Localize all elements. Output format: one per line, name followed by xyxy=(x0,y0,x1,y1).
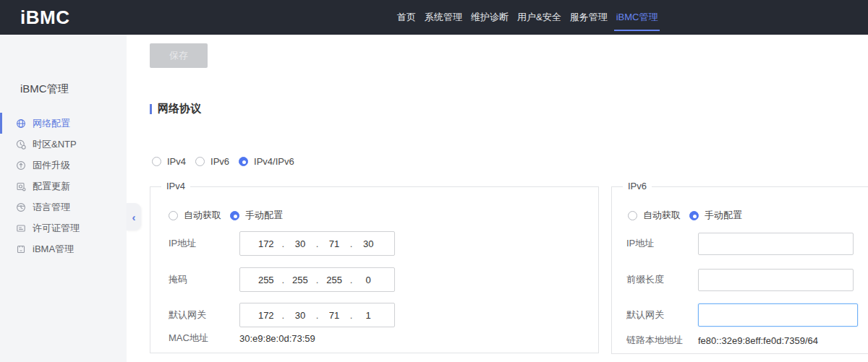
ipv4-radio-auto[interactable]: 自动获取 xyxy=(169,209,221,222)
radio-ipv4-ipv6[interactable]: IPv4/IPv6 xyxy=(239,156,294,167)
octet-input[interactable]: 71 xyxy=(318,238,350,249)
nav-item-system[interactable]: 系统管理 xyxy=(425,0,462,35)
ipv4-ip-input[interactable]: 172 . 30 . 71 . 30 xyxy=(239,231,395,256)
sidebar-item-label: 时区&NTP xyxy=(33,138,77,151)
sidebar-item-label: 语言管理 xyxy=(33,201,70,214)
radio-icon[interactable] xyxy=(239,157,248,166)
octet-input[interactable]: 71 xyxy=(318,310,350,321)
nav-item-home[interactable]: 首页 xyxy=(397,0,416,35)
ibmc-logo: iBMC xyxy=(20,0,69,35)
sidebar-collapse-handle[interactable]: ‹ xyxy=(127,203,141,230)
save-button[interactable]: 保存 xyxy=(150,43,208,68)
ipv4-ip-row: IP地址 172 . 30 . 71 . 30 xyxy=(169,231,395,256)
ipv4-radio-manual[interactable]: 手动配置 xyxy=(230,209,283,222)
octet-input[interactable]: 255 xyxy=(250,275,282,285)
sidebar-item-label: 许可证管理 xyxy=(33,222,80,235)
ipv6-ip-input[interactable] xyxy=(698,233,854,255)
octet-input[interactable]: 255 xyxy=(318,275,350,285)
sidebar-item-network-config[interactable]: 网络配置 xyxy=(0,113,127,134)
ipv6-prefix-input[interactable] xyxy=(698,269,854,291)
ibma-icon xyxy=(16,244,26,254)
ipv6-ip-row: IP地址 xyxy=(626,231,854,256)
app-window: iBMC 首页 系统管理 维护诊断 用户&安全 服务管理 iBMC管理 iBMC… xyxy=(0,0,868,362)
radio-ipv4[interactable]: IPv4 xyxy=(152,156,186,167)
sidebar-item-label: 固件升级 xyxy=(33,159,70,172)
nav-item-ibmc-management[interactable]: iBMC管理 xyxy=(616,0,658,35)
sidebar-item-config-update[interactable]: 配置更新 xyxy=(0,176,127,197)
network-icon xyxy=(16,118,26,129)
ipv6-mode-row: 自动获取 手动配置 xyxy=(628,209,742,222)
radio-icon[interactable] xyxy=(689,211,699,220)
sidebar: iBMC管理 网络配置 时区&NTP xyxy=(0,35,127,362)
sidebar-item-firmware-upgrade[interactable]: 固件升级 xyxy=(0,155,127,176)
octet-input[interactable]: 172 xyxy=(250,238,282,249)
timezone-icon xyxy=(16,139,26,150)
sidebar-title: iBMC管理 xyxy=(20,82,69,96)
octet-input[interactable]: 30 xyxy=(284,310,316,321)
radio-icon[interactable] xyxy=(628,211,637,220)
section-title: 网络协议 xyxy=(158,102,201,116)
radio-icon[interactable] xyxy=(169,211,178,220)
sidebar-menu: 网络配置 时区&NTP 固件升级 xyxy=(0,113,127,259)
octet-input[interactable]: 1 xyxy=(352,310,384,321)
chevron-left-icon: ‹ xyxy=(132,211,136,223)
section-header: 网络协议 xyxy=(150,102,201,116)
ipv6-gateway-row: 默认网关 xyxy=(626,303,858,327)
ipv6-radio-manual[interactable]: 手动配置 xyxy=(689,209,742,222)
top-nav: 首页 系统管理 维护诊断 用户&安全 服务管理 iBMC管理 xyxy=(397,0,658,35)
ipv6-link-local-row: 链路本地地址 fe80::32e9:8eff:fe0d:7359/64 xyxy=(626,329,818,351)
sidebar-item-timezone-ntp[interactable]: 时区&NTP xyxy=(0,134,127,155)
ipv6-gateway-input[interactable] xyxy=(698,303,858,327)
nav-item-services[interactable]: 服务管理 xyxy=(570,0,608,35)
nav-item-maintenance[interactable]: 维护诊断 xyxy=(471,0,509,35)
config-update-icon xyxy=(16,181,26,191)
sidebar-item-license[interactable]: 许可证管理 xyxy=(0,217,127,238)
radio-icon[interactable] xyxy=(195,157,205,166)
octet-input[interactable]: 30 xyxy=(352,238,384,249)
ipv4-gateway-row: 默认网关 172 . 30 . 71 . 1 xyxy=(169,303,395,327)
ipv4-mask-row: 掩码 255 . 255 . 255 . 0 xyxy=(169,267,395,292)
protocol-radio-row: IPv4 IPv6 IPv4/IPv6 xyxy=(152,156,294,167)
license-icon xyxy=(16,223,26,233)
sidebar-item-ibma[interactable]: iBMA管理 xyxy=(0,238,127,259)
octet-input[interactable]: 172 xyxy=(250,310,282,321)
radio-icon[interactable] xyxy=(230,211,239,220)
sidebar-item-label: 网络配置 xyxy=(33,117,70,130)
section-accent-bar xyxy=(150,104,152,114)
octet-input[interactable]: 30 xyxy=(284,238,316,249)
sidebar-item-label: iBMA管理 xyxy=(33,243,74,256)
radio-ipv6[interactable]: IPv6 xyxy=(195,156,229,167)
octet-input[interactable]: 255 xyxy=(284,275,316,285)
ipv6-prefix-row: 前缀长度 xyxy=(626,267,854,292)
octet-input[interactable]: 0 xyxy=(352,275,384,285)
radio-icon[interactable] xyxy=(152,157,161,166)
sidebar-item-language[interactable]: 语言管理 xyxy=(0,197,127,217)
firmware-upgrade-icon xyxy=(16,160,26,171)
link-local-address-value: fe80::32e9:8eff:fe0d:7359/64 xyxy=(698,335,818,346)
ipv6-panel: IPv6 自动获取 手动配置 IP地址 前缀长度 默认网关 链路本地地址 xyxy=(611,186,868,354)
language-icon xyxy=(16,202,26,212)
nav-item-user-security[interactable]: 用户&安全 xyxy=(517,0,561,35)
mac-address-value: 30:e9:8e:0d:73:59 xyxy=(239,333,315,344)
ipv4-mac-row: MAC地址 30:e9:8e:0d:73:59 xyxy=(169,326,315,350)
ipv6-panel-legend: IPv6 xyxy=(623,181,652,191)
ipv4-gateway-input[interactable]: 172 . 30 . 71 . 1 xyxy=(239,303,395,327)
ipv6-radio-auto[interactable]: 自动获取 xyxy=(628,209,681,222)
ipv4-panel: IPv4 自动获取 手动配置 IP地址 172 . 30 . 71 . 30 xyxy=(150,186,599,353)
sidebar-item-label: 配置更新 xyxy=(33,180,70,193)
top-bar: iBMC 首页 系统管理 维护诊断 用户&安全 服务管理 iBMC管理 xyxy=(0,0,868,35)
ipv4-mode-row: 自动获取 手动配置 xyxy=(169,209,283,222)
ipv4-mask-input[interactable]: 255 . 255 . 255 . 0 xyxy=(239,267,395,292)
ipv4-panel-legend: IPv4 xyxy=(161,181,190,191)
